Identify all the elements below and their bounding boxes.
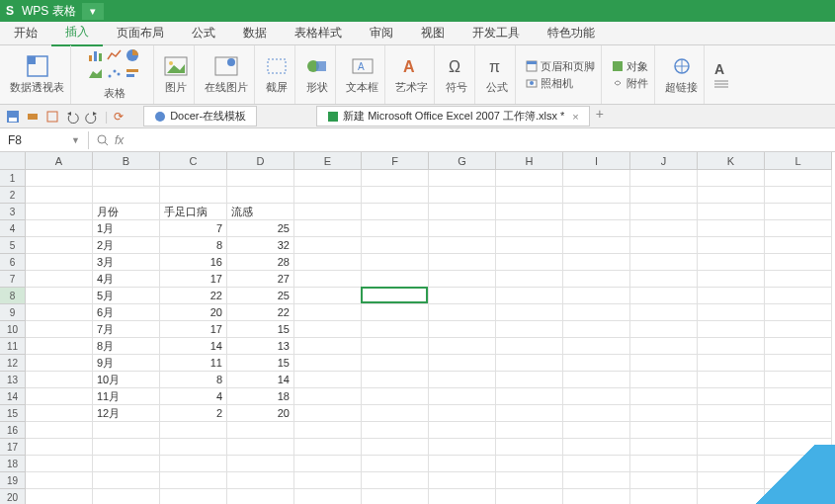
cell-B9[interactable]: 6月 [93,304,160,321]
cell-C7[interactable]: 17 [160,271,227,288]
cell-B13[interactable]: 10月 [93,372,160,388]
cell-G2[interactable] [429,187,496,204]
cell-G20[interactable] [429,489,496,504]
row-header-14[interactable]: 14 [0,388,26,405]
cell-F9[interactable] [362,304,429,321]
attachment-button[interactable]: 附件 [612,76,648,91]
cell-I14[interactable] [563,388,630,405]
cell-F11[interactable] [362,338,429,355]
online-picture-button[interactable]: 在线图片 [199,45,255,104]
shape-button[interactable]: 形状 [299,45,336,104]
cell-A14[interactable] [26,388,93,405]
row-header-20[interactable]: 20 [0,489,26,504]
cell-C15[interactable]: 2 [160,405,227,422]
cell-I16[interactable] [563,422,630,439]
cell-D5[interactable]: 32 [227,237,294,254]
cell-K2[interactable] [698,187,765,204]
cell-D12[interactable]: 15 [227,355,294,372]
cell-K13[interactable] [698,372,765,388]
cell-L15[interactable] [765,405,832,422]
cell-I3[interactable] [563,204,630,220]
cell-G6[interactable] [429,254,496,271]
cell-L10[interactable] [765,321,832,338]
cell-F8[interactable] [362,288,429,304]
cell-F20[interactable] [362,489,429,504]
titlebar-dropdown[interactable]: ▾ [82,3,104,20]
cell-B10[interactable]: 7月 [93,321,160,338]
cell-B5[interactable]: 2月 [93,237,160,254]
menu-item-6[interactable]: 审阅 [356,21,407,45]
cell-H17[interactable] [496,439,563,456]
cell-K8[interactable] [698,288,765,304]
cell-H10[interactable] [496,321,563,338]
cell-K5[interactable] [698,237,765,254]
cell-K10[interactable] [698,321,765,338]
cell-E6[interactable] [294,254,362,271]
cell-H20[interactable] [496,489,563,504]
cell-K12[interactable] [698,355,765,372]
row-header-11[interactable]: 11 [0,338,26,355]
symbol-button[interactable]: Ω 符号 [439,45,475,104]
new-tab-button[interactable]: + [590,106,610,126]
cell-I18[interactable] [563,456,630,472]
cell-D10[interactable]: 15 [227,321,294,338]
cell-F5[interactable] [362,237,429,254]
cell-J12[interactable] [630,355,698,372]
cell-H18[interactable] [496,456,563,472]
row-header-16[interactable]: 16 [0,422,26,439]
cell-I5[interactable] [563,237,630,254]
cell-C14[interactable]: 4 [160,388,227,405]
cell-C20[interactable] [160,489,227,504]
menu-item-3[interactable]: 公式 [178,21,229,45]
cell-C3[interactable]: 手足口病 [160,204,227,220]
cell-J20[interactable] [630,489,698,504]
cell-D18[interactable] [227,456,294,472]
row-header-9[interactable]: 9 [0,304,26,321]
cell-H6[interactable] [496,254,563,271]
cell-D8[interactable]: 25 [227,288,294,304]
cell-K16[interactable] [698,422,765,439]
cell-E12[interactable] [294,355,362,372]
col-header-K[interactable]: K [698,152,765,170]
cell-area[interactable]: 月份手足口病流感1月7252月8323月16284月17275月22256月20… [26,170,832,504]
cell-D19[interactable] [227,472,294,489]
cell-A15[interactable] [26,405,93,422]
cell-D3[interactable]: 流感 [227,204,294,220]
cell-C11[interactable]: 14 [160,338,227,355]
camera-button[interactable]: 照相机 [526,76,595,91]
cell-F4[interactable] [362,220,429,237]
cell-C12[interactable]: 11 [160,355,227,372]
cell-L1[interactable] [765,170,832,187]
cell-K4[interactable] [698,220,765,237]
doc-tab-docer[interactable]: Docer-在线模板 [143,106,257,126]
formula-button[interactable]: π 公式 [479,45,516,104]
select-all-corner[interactable] [0,152,26,170]
chart-group[interactable]: 表格 [75,45,154,104]
cell-A11[interactable] [26,338,93,355]
cell-B8[interactable]: 5月 [93,288,160,304]
cell-F19[interactable] [362,472,429,489]
cell-G13[interactable] [429,372,496,388]
row-header-12[interactable]: 12 [0,355,26,372]
col-header-I[interactable]: I [563,152,630,170]
close-icon[interactable]: × [572,111,578,123]
cell-K11[interactable] [698,338,765,355]
cell-J16[interactable] [630,422,698,439]
menu-item-7[interactable]: 视图 [407,21,459,45]
cell-F17[interactable] [362,439,429,456]
cell-I11[interactable] [563,338,630,355]
cell-H15[interactable] [496,405,563,422]
cell-H7[interactable] [496,271,563,288]
cell-G18[interactable] [429,456,496,472]
cell-B4[interactable]: 1月 [93,220,160,237]
doc-tab-excel[interactable]: 新建 Microsoft Office Excel 2007 工作簿.xlsx … [316,106,590,126]
cell-J5[interactable] [630,237,698,254]
row-header-18[interactable]: 18 [0,456,26,472]
cell-G8[interactable] [429,288,496,304]
cell-B3[interactable]: 月份 [93,204,160,220]
text-list-button[interactable] [714,79,728,89]
cell-L7[interactable] [765,271,832,288]
cell-C4[interactable]: 7 [160,220,227,237]
cell-B6[interactable]: 3月 [93,254,160,271]
col-header-J[interactable]: J [630,152,698,170]
